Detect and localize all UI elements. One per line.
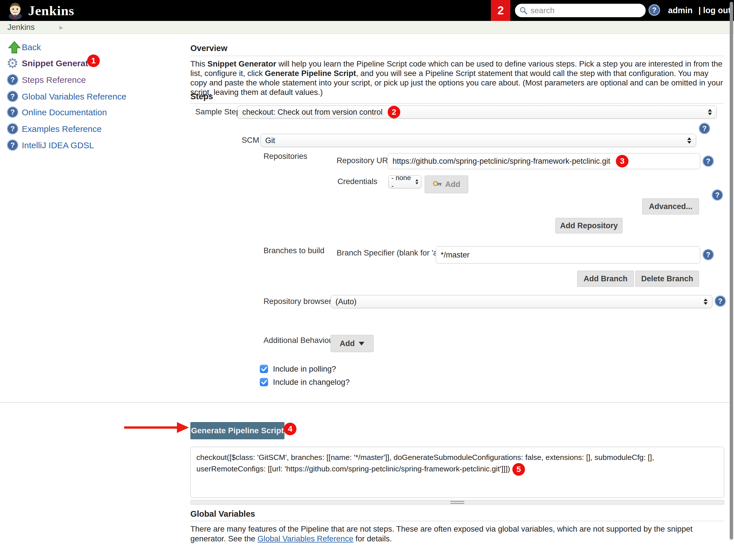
branch-specifier-label: Branch Specifier (blank for 'any'): [337, 247, 450, 259]
sidebar-item-steps-reference[interactable]: Steps Reference: [22, 74, 86, 86]
app-title[interactable]: Jenkins: [28, 0, 74, 21]
top-bar: Jenkins 2 ? admin | log out: [0, 0, 734, 21]
repository-browser-help-icon[interactable]: ?: [715, 295, 726, 307]
select-stepper-icon: [413, 179, 418, 184]
vertical-scrollbar-thumb[interactable]: [730, 2, 733, 540]
sidebar-item-examples-reference[interactable]: Examples Reference: [22, 123, 101, 135]
include-in-polling-checkbox[interactable]: [260, 365, 268, 373]
breadcrumb: Jenkins ▸: [0, 21, 734, 34]
select-stepper-icon: [701, 298, 708, 305]
include-in-changelog-label: Include in changelog?: [273, 378, 350, 386]
repository-url-value: https://github.com/spring-petclinic/spri…: [393, 157, 610, 166]
add-repository-button[interactable]: Add Repository: [555, 218, 622, 233]
generate-pipeline-script-button[interactable]: Generate Pipeline Script: [190, 422, 284, 439]
help-icon-examples-reference: ?: [7, 123, 18, 134]
global-variables-heading: Global Variables: [190, 509, 255, 519]
sample-step-help-icon[interactable]: ?: [699, 123, 710, 134]
overview-bold-snippet-generator: Snippet Generator: [208, 59, 276, 68]
annotation-badge-2-header: 2: [491, 0, 510, 21]
chevron-down-icon: [359, 342, 364, 346]
sample-step-select[interactable]: checkout: Check out from version control…: [237, 106, 717, 119]
advanced-button[interactable]: Advanced...: [642, 198, 699, 214]
repositories-label: Repositories: [263, 150, 307, 163]
check-icon: [261, 380, 267, 385]
sample-step-label: Sample Step: [195, 106, 240, 118]
help-icon-online-documentation: ?: [7, 106, 18, 118]
global-variables-reference-link[interactable]: Global Variables Reference: [257, 534, 353, 543]
user-link[interactable]: admin: [668, 0, 692, 21]
sidebar-item-back[interactable]: Back: [22, 41, 41, 53]
overview-paragraph: This Snippet Generator will help you lea…: [190, 59, 727, 97]
include-in-polling-label: Include in polling?: [273, 365, 336, 373]
overview-divider: [190, 56, 724, 56]
help-icon-steps-reference: ?: [7, 74, 18, 85]
sidebar-item-global-variables-reference[interactable]: Global Variables Reference: [22, 91, 126, 103]
select-stepper-icon: [684, 137, 691, 144]
branch-specifier-value: */master: [441, 251, 470, 259]
additional-behaviours-label: Additional Behaviours: [263, 334, 340, 347]
scm-select[interactable]: Git: [260, 134, 696, 147]
credentials-add-label: Add: [445, 180, 460, 189]
key-icon: [433, 181, 442, 188]
annotation-badge-2-select: 2: [388, 106, 400, 118]
behaviours-add-label: Add: [340, 339, 355, 348]
overview-heading: Overview: [190, 44, 227, 53]
scm-label: SCM: [242, 134, 259, 147]
generated-script-text: checkout([$class: 'GitSCM', branches: [[…: [196, 453, 654, 473]
sample-step-value: checkout: Check out from version control: [242, 108, 382, 117]
sidebar-item-snippet-generator[interactable]: Snippet Generator: [22, 57, 97, 69]
search-icon: [519, 6, 528, 15]
search-box: [515, 4, 646, 17]
delete-branch-button[interactable]: Delete Branch: [635, 271, 699, 287]
global-variables-text-2: for details.: [353, 534, 392, 543]
annotation-badge-5: 5: [512, 463, 525, 476]
breadcrumb-jenkins[interactable]: Jenkins: [7, 23, 35, 32]
repository-url-label: Repository URL: [337, 154, 392, 167]
gear-icon[interactable]: ⚙: [6, 56, 19, 70]
help-icon-global-variables: ?: [7, 91, 18, 102]
help-icon-intellij-gdsl: ?: [7, 139, 18, 151]
branch-specifier-help-icon[interactable]: ?: [702, 249, 714, 260]
branches-to-build-label: Branches to build: [263, 244, 325, 257]
repository-browser-select[interactable]: (Auto): [331, 295, 712, 308]
repository-url-input[interactable]: https://github.com/spring-petclinic/spri…: [388, 153, 700, 169]
include-in-changelog-checkbox[interactable]: [260, 378, 268, 386]
sidebar-item-online-documentation[interactable]: Online Documentation: [22, 106, 107, 118]
global-variables-paragraph: There are many features of the Pipeline …: [190, 524, 728, 544]
sidebar-item-intellij-idea-gdsl[interactable]: IntelliJ IDEA GDSL: [22, 139, 94, 151]
back-arrow-icon[interactable]: [8, 41, 21, 54]
check-icon: [261, 367, 267, 371]
repository-browser-value: (Auto): [335, 297, 357, 306]
annotation-badge-1: 1: [87, 54, 100, 67]
additional-behaviours-add-button[interactable]: Add: [331, 335, 374, 352]
overview-bold-generate: Generate Pipeline Script: [265, 69, 356, 78]
credentials-select[interactable]: - none -: [388, 175, 421, 188]
annotation-arrow-head: [177, 422, 189, 433]
section-divider: [0, 402, 729, 403]
search-input[interactable]: [530, 6, 642, 15]
steps-heading: Steps: [190, 92, 213, 101]
header-help-icon[interactable]: ?: [649, 4, 660, 16]
branch-specifier-input[interactable]: */master: [436, 246, 700, 264]
logout-link[interactable]: | log out: [698, 0, 731, 21]
credentials-help-icon[interactable]: ?: [712, 189, 723, 201]
steps-divider: [190, 103, 724, 104]
chevron-right-icon: ▸: [59, 23, 63, 32]
overview-text-1: This: [190, 59, 208, 68]
grip-icon: [450, 501, 464, 504]
repository-browser-label: Repository browser: [263, 295, 331, 308]
annotation-badge-4: 4: [284, 423, 296, 435]
snippet-generator-page: Jenkins 2 ? admin | log out Jenkins ▸ Ba…: [0, 0, 734, 560]
jenkins-mascot-icon: [6, 1, 25, 20]
scm-value: Git: [265, 136, 275, 145]
global-variables-divider: [190, 521, 724, 521]
generated-script-textarea[interactable]: checkout([$class: 'GitSCM', branches: [[…: [190, 447, 724, 498]
add-branch-button[interactable]: Add Branch: [577, 271, 634, 287]
annotation-arrow: [124, 426, 177, 429]
select-stepper-icon: [705, 109, 712, 115]
annotation-badge-3: 3: [616, 155, 628, 167]
repository-url-help-icon[interactable]: ?: [702, 155, 714, 167]
credentials-value: - none -: [391, 174, 413, 190]
credentials-add-button[interactable]: Add: [425, 175, 468, 193]
textarea-resize-handle[interactable]: [190, 500, 724, 505]
